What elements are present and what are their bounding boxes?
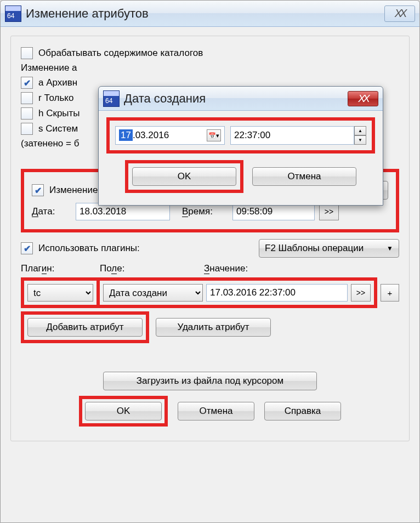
- main-window: Изменение атрибутов ХХ Обрабатывать соде…: [0, 0, 420, 523]
- attr-note: (затенено = б: [21, 138, 79, 149]
- change-attr-label: Изменение а: [21, 62, 77, 73]
- attr-readonly-label: r Только: [38, 93, 73, 104]
- delete-attr-button[interactable]: Удалить атрибут: [156, 318, 271, 337]
- time-label: Время:: [182, 206, 228, 217]
- value-label: Значение:: [204, 263, 248, 274]
- modal-title: Дата создания: [124, 92, 348, 106]
- attr-hidden-label: h Скрыты: [38, 108, 80, 119]
- cancel-button[interactable]: Отмена: [178, 402, 254, 420]
- footer-buttons: Загрузить из файла под курсором OK Отмен…: [21, 372, 399, 427]
- attr-system-label: s Систем: [38, 123, 78, 134]
- titlebar[interactable]: Изменение атрибутов ХХ: [1, 1, 419, 27]
- process-folders-label: Обрабатывать содержимое каталогов: [38, 48, 203, 59]
- modal-time-input[interactable]: [230, 126, 354, 145]
- modal-close-button[interactable]: ХХ: [348, 91, 378, 106]
- attr-archive-label: а Архивн: [38, 77, 77, 88]
- value-more-button[interactable]: >>: [351, 284, 371, 302]
- close-button[interactable]: ХХ: [384, 5, 415, 22]
- client-area: Обрабатывать содержимое каталогов Измене…: [1, 27, 419, 446]
- calendar-icon[interactable]: 📅▾: [207, 129, 221, 141]
- add-attr-button[interactable]: Добавить атрибут: [27, 318, 143, 337]
- modal-ok-button[interactable]: OK: [132, 167, 236, 186]
- ok-button[interactable]: OK: [85, 402, 162, 420]
- plugin-select[interactable]: tc: [27, 284, 93, 302]
- window-title: Изменение атрибутов: [26, 7, 384, 21]
- modal-titlebar[interactable]: Дата создания ХХ: [99, 87, 383, 111]
- spinner-up-icon: ▲: [354, 126, 366, 135]
- date-label: ДДата:ата:: [32, 206, 71, 217]
- change-datetime-checkbox[interactable]: [32, 184, 44, 196]
- spinner-down-icon: ▼: [354, 135, 366, 145]
- process-folders-checkbox[interactable]: [21, 47, 33, 59]
- load-from-file-button[interactable]: Загрузить из файла под курсором: [103, 372, 317, 390]
- modal-cancel-button[interactable]: Отмена: [252, 167, 356, 186]
- attr-readonly-checkbox[interactable]: [21, 92, 33, 104]
- app-icon: [5, 5, 21, 22]
- field-label: Поле:: [100, 263, 204, 274]
- creation-date-dialog: Дата создания ХХ 17.03.2016 📅▾ ▲▼: [98, 86, 383, 206]
- help-button[interactable]: Справка: [264, 402, 341, 420]
- attr-archive-checkbox[interactable]: [21, 77, 33, 89]
- time-spinner[interactable]: ▲▼: [354, 126, 366, 145]
- add-plus-button[interactable]: +: [381, 284, 399, 302]
- attr-system-checkbox[interactable]: [21, 123, 33, 135]
- field-select[interactable]: Дата создани: [103, 284, 203, 302]
- value-input[interactable]: [206, 284, 348, 302]
- templates-button[interactable]: F2 Шаблоны операции▼: [259, 239, 399, 258]
- modal-app-icon: [103, 90, 120, 107]
- attr-hidden-checkbox[interactable]: [21, 107, 33, 120]
- use-plugins-label: Использовать плагины:: [38, 243, 259, 254]
- use-plugins-checkbox[interactable]: [21, 242, 33, 254]
- plugin-label: Плагин:: [21, 263, 100, 274]
- modal-date-picker[interactable]: 17.03.2016 📅▾: [115, 126, 225, 145]
